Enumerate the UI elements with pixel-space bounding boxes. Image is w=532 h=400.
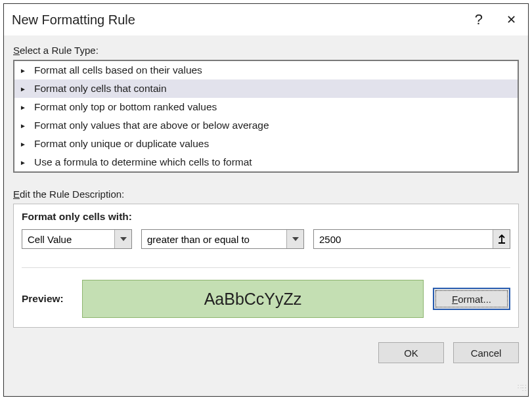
rule-type-label: Use a formula to determine which cells t… xyxy=(34,156,252,168)
divider xyxy=(22,267,510,268)
rule-type-item[interactable]: ► Format only values that are above or b… xyxy=(14,116,518,135)
bullet-icon: ► xyxy=(20,122,29,129)
resize-grip-icon[interactable]: ∷∷∷ xyxy=(518,386,527,395)
bullet-icon: ► xyxy=(20,67,29,74)
rule-type-item[interactable]: ► Format all cells based on their values xyxy=(14,61,518,79)
edit-description-label: Edit the Rule Description: xyxy=(13,189,519,200)
format-button[interactable]: Format... xyxy=(433,288,510,310)
titlebar: New Formatting Rule ? ✕ xyxy=(4,4,528,35)
format-only-cells-label: Format only cells with: xyxy=(22,211,510,223)
preview-box: AaBbCcYyZz xyxy=(82,280,424,318)
rule-type-list: ► Format all cells based on their values… xyxy=(13,60,519,173)
cancel-button[interactable]: Cancel xyxy=(453,342,519,363)
criteria-operator-select[interactable]: greater than or equal to xyxy=(141,229,304,249)
rule-type-label: Format only top or bottom ranked values xyxy=(34,101,217,113)
rule-type-label: Format only unique or duplicate values xyxy=(34,138,209,150)
rule-type-item[interactable]: ► Format only top or bottom ranked value… xyxy=(14,98,518,116)
criteria-value-input[interactable] xyxy=(314,230,493,248)
preview-label: Preview: xyxy=(22,293,73,305)
dialog-window: New Formatting Rule ? ✕ Select a Rule Ty… xyxy=(3,3,529,397)
preview-row: Preview: AaBbCcYyZz Format... xyxy=(22,280,510,318)
chevron-down-icon[interactable] xyxy=(114,230,131,248)
rule-type-label: Format only values that are above or bel… xyxy=(34,120,269,131)
criteria-field-select[interactable]: Cell Value xyxy=(22,229,132,249)
bullet-icon: ► xyxy=(20,85,29,93)
criteria-row: Cell Value greater than or equal to xyxy=(22,229,510,249)
close-icon[interactable]: ✕ xyxy=(501,10,521,30)
description-panel: Format only cells with: Cell Value great… xyxy=(13,204,519,328)
bullet-icon: ► xyxy=(20,104,29,111)
range-selector-icon[interactable] xyxy=(493,230,510,248)
select-rule-type-label: Select a Rule Type: xyxy=(13,45,519,56)
criteria-value-input-wrap xyxy=(313,229,510,249)
rule-type-item[interactable]: ► Use a formula to determine which cells… xyxy=(14,153,518,171)
bullet-icon: ► xyxy=(20,141,29,148)
rule-type-item[interactable]: ► Format only unique or duplicate values xyxy=(14,135,518,153)
rule-type-label: Format only cells that contain xyxy=(34,83,167,95)
help-icon[interactable]: ? xyxy=(475,11,483,28)
chevron-down-icon[interactable] xyxy=(286,230,303,248)
dialog-title: New Formatting Rule xyxy=(12,12,135,28)
ok-button[interactable]: OK xyxy=(378,342,444,363)
rule-type-item[interactable]: ► Format only cells that contain xyxy=(14,79,518,98)
rule-type-label: Format all cells based on their values xyxy=(34,64,202,76)
titlebar-buttons: ? ✕ xyxy=(475,10,521,30)
criteria-operator-value: greater than or equal to xyxy=(142,230,286,248)
bullet-icon: ► xyxy=(20,159,29,166)
criteria-field-value: Cell Value xyxy=(22,230,114,248)
dialog-body: Select a Rule Type: ► Format all cells b… xyxy=(4,35,528,336)
dialog-footer: OK Cancel xyxy=(4,336,528,366)
